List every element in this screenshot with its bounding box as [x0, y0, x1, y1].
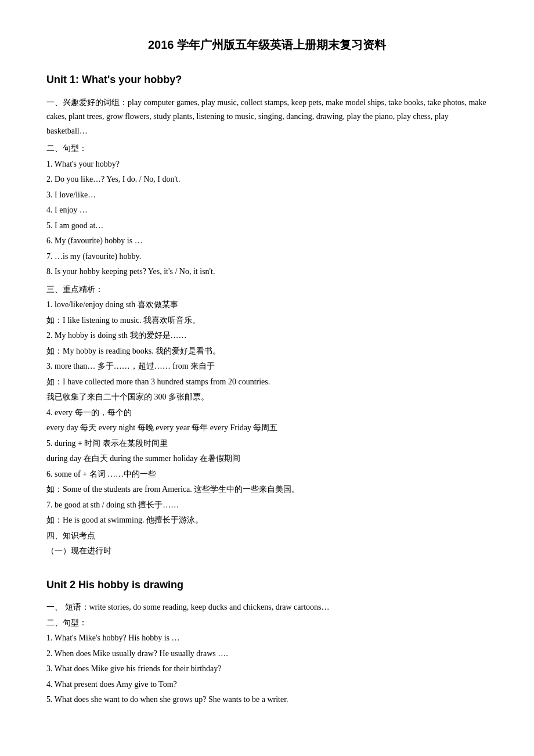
unit1-gram-7-ex: 如：He is good at swimming. 他擅长于游泳。: [46, 513, 488, 528]
unit1-sent-4: 4. I enjoy …: [46, 203, 488, 218]
unit2-sent-5: 5. What does she want to do when she gro…: [46, 693, 488, 707]
unit1-grammar-section: 三、重点精析： 1. love/like/enjoy doing sth 喜欢做…: [46, 283, 488, 559]
unit1-sentences-section: 二、句型： 1. What's your hobby? 2. Do you li…: [46, 142, 488, 279]
unit1-gram-6-ex: 如：Some of the students are from America.…: [46, 483, 488, 497]
unit1-vocab-section: 一、兴趣爱好的词组：play computer games, play musi…: [46, 96, 488, 139]
unit2-sent-1: 1. What's Mike's hobby? His hobby is …: [46, 631, 488, 646]
unit2-phrases: 一、 短语：write stories, do some reading, ke…: [46, 600, 488, 615]
unit2-block: Unit 2 His hobby is drawing 一、 短语：write …: [46, 576, 488, 707]
unit1-gram-label: 三、重点精析：: [46, 283, 488, 297]
unit1-sent-6: 6. My (favourite) hobby is …: [46, 234, 488, 249]
unit1-sent-8: 8. Is your hobby keeping pets? Yes, it's…: [46, 265, 488, 279]
unit1-gram-3-ex: 如：I have collected more than 3 hundred s…: [46, 375, 488, 390]
unit1-gram-1-ex: 如：I like listening to music. 我喜欢听音乐。: [46, 314, 488, 328]
unit1-gram-tense: （一）现在进行时: [46, 544, 488, 559]
unit1-block: Unit 1: What's your hobby? 一、兴趣爱好的词组：pla…: [46, 71, 488, 559]
unit1-gram-4: 4. every 每一的，每个的: [46, 406, 488, 420]
unit1-sent-2: 2. Do you like…? Yes, I do. / No, I don'…: [46, 172, 488, 187]
unit1-sent-5: 5. I am good at…: [46, 219, 488, 233]
unit2-sent-2: 2. When does Mike usually draw? He usual…: [46, 647, 488, 661]
unit2-sent-3: 3. What does Mike give his friends for t…: [46, 662, 488, 676]
unit1-gram-5-ex: during day 在白天 during the summer holiday…: [46, 452, 488, 466]
unit1-sent-label: 二、句型：: [46, 142, 488, 156]
unit1-gram-2-ex: 如：My hobby is reading books. 我的爱好是看书。: [46, 344, 488, 359]
unit2-title: Unit 2 His hobby is drawing: [46, 576, 488, 594]
unit2-section: 一、 短语：write stories, do some reading, ke…: [46, 600, 488, 707]
unit1-gram-6: 6. some of + 名词 ……中的一些: [46, 467, 488, 482]
unit1-title: Unit 1: What's your hobby?: [46, 71, 488, 89]
unit1-sent-3: 3. I love/like…: [46, 188, 488, 203]
unit1-gram-3: 3. more than… 多于……，超过…… from 来自于: [46, 359, 488, 374]
unit2-sent-label: 二、句型：: [46, 616, 488, 631]
unit1-sent-7: 7. …is my (favourite) hobby.: [46, 250, 488, 264]
unit1-gram-1: 1. love/like/enjoy doing sth 喜欢做某事: [46, 298, 488, 312]
unit1-gram-2: 2. My hobby is doing sth 我的爱好是……: [46, 329, 488, 343]
unit1-gram-3-cn: 我已收集了来自二十个国家的 300 多张邮票。: [46, 390, 488, 405]
unit1-gram-4-ex: every day 每天 every night 每晚 every year 每…: [46, 421, 488, 435]
unit1-gram-7: 7. be good at sth / doing sth 擅长于……: [46, 498, 488, 513]
page-title: 2016 学年广州版五年级英语上册期末复习资料: [46, 35, 488, 55]
unit1-gram-knowledge: 四、知识考点: [46, 529, 488, 543]
unit1-vocab-line0: 一、兴趣爱好的词组：play computer games, play musi…: [46, 96, 488, 139]
unit2-sent-4: 4. What present does Amy give to Tom?: [46, 678, 488, 692]
page-container: 2016 学年广州版五年级英语上册期末复习资料 Unit 1: What's y…: [46, 35, 488, 707]
unit1-sent-1: 1. What's your hobby?: [46, 157, 488, 172]
unit1-gram-5: 5. during + 时间 表示在某段时间里: [46, 437, 488, 451]
